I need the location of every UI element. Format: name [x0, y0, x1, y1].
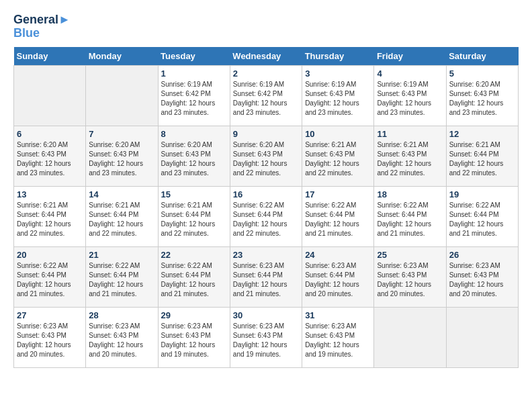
day-number: 2 [233, 68, 299, 79]
day-info: Sunrise: 6:23 AM Sunset: 6:44 PM Dayligh… [305, 261, 371, 299]
day-info: Sunrise: 6:23 AM Sunset: 6:43 PM Dayligh… [233, 322, 299, 359]
weekday-header: Friday [374, 47, 446, 66]
day-number: 23 [233, 250, 299, 260]
calendar-week-row: 27Sunrise: 6:23 AM Sunset: 6:43 PM Dayli… [14, 307, 519, 367]
day-number: 22 [161, 250, 227, 260]
day-info: Sunrise: 6:19 AM Sunset: 6:43 PM Dayligh… [305, 80, 371, 118]
day-info: Sunrise: 6:22 AM Sunset: 6:44 PM Dayligh… [89, 261, 154, 299]
calendar-cell: 15Sunrise: 6:21 AM Sunset: 6:44 PM Dayli… [158, 186, 230, 246]
day-number: 13 [17, 189, 83, 199]
day-number: 29 [161, 310, 227, 320]
day-number: 5 [449, 68, 515, 79]
day-number: 18 [377, 189, 443, 199]
calendar-cell: 12Sunrise: 6:21 AM Sunset: 6:44 PM Dayli… [446, 126, 518, 186]
day-info: Sunrise: 6:20 AM Sunset: 6:43 PM Dayligh… [449, 80, 515, 118]
calendar-cell: 27Sunrise: 6:23 AM Sunset: 6:43 PM Dayli… [14, 307, 86, 367]
calendar-cell: 11Sunrise: 6:21 AM Sunset: 6:43 PM Dayli… [374, 126, 446, 186]
calendar-cell: 13Sunrise: 6:21 AM Sunset: 6:44 PM Dayli… [14, 186, 86, 246]
day-info: Sunrise: 6:23 AM Sunset: 6:43 PM Dayligh… [17, 322, 83, 359]
calendar-body: 1Sunrise: 6:19 AM Sunset: 6:42 PM Daylig… [14, 65, 519, 367]
day-info: Sunrise: 6:23 AM Sunset: 6:43 PM Dayligh… [377, 261, 443, 299]
calendar-cell: 20Sunrise: 6:22 AM Sunset: 6:44 PM Dayli… [14, 246, 86, 307]
day-number: 31 [305, 310, 371, 320]
day-info: Sunrise: 6:20 AM Sunset: 6:43 PM Dayligh… [89, 140, 154, 178]
weekday-row: SundayMondayTuesdayWednesdayThursdayFrid… [14, 47, 519, 66]
calendar-cell: 8Sunrise: 6:20 AM Sunset: 6:43 PM Daylig… [158, 126, 230, 186]
calendar-cell: 14Sunrise: 6:21 AM Sunset: 6:44 PM Dayli… [86, 186, 158, 246]
day-info: Sunrise: 6:22 AM Sunset: 6:44 PM Dayligh… [233, 201, 299, 238]
day-info: Sunrise: 6:23 AM Sunset: 6:43 PM Dayligh… [305, 322, 371, 359]
day-number: 14 [89, 189, 154, 199]
day-info: Sunrise: 6:22 AM Sunset: 6:44 PM Dayligh… [305, 201, 371, 238]
day-info: Sunrise: 6:23 AM Sunset: 6:43 PM Dayligh… [449, 261, 515, 299]
day-number: 1 [161, 68, 227, 79]
calendar-cell: 26Sunrise: 6:23 AM Sunset: 6:43 PM Dayli… [446, 246, 518, 307]
calendar-cell: 9Sunrise: 6:20 AM Sunset: 6:43 PM Daylig… [230, 126, 302, 186]
day-number: 7 [89, 129, 154, 139]
day-number: 28 [89, 310, 154, 320]
weekday-header: Thursday [302, 47, 374, 66]
day-info: Sunrise: 6:21 AM Sunset: 6:43 PM Dayligh… [305, 140, 371, 178]
calendar-cell: 5Sunrise: 6:20 AM Sunset: 6:43 PM Daylig… [446, 65, 518, 126]
day-number: 24 [305, 250, 371, 260]
day-number: 10 [305, 129, 371, 139]
calendar-week-row: 13Sunrise: 6:21 AM Sunset: 6:44 PM Dayli… [14, 186, 519, 246]
calendar-cell [374, 307, 446, 367]
calendar-cell: 3Sunrise: 6:19 AM Sunset: 6:43 PM Daylig… [302, 65, 374, 126]
calendar-cell: 29Sunrise: 6:23 AM Sunset: 6:43 PM Dayli… [158, 307, 230, 367]
day-info: Sunrise: 6:19 AM Sunset: 6:42 PM Dayligh… [233, 80, 299, 118]
weekday-header: Monday [86, 47, 158, 66]
calendar-cell: 17Sunrise: 6:22 AM Sunset: 6:44 PM Dayli… [302, 186, 374, 246]
logo: General►Blue [13, 13, 71, 40]
day-number: 25 [377, 250, 443, 260]
day-info: Sunrise: 6:21 AM Sunset: 6:43 PM Dayligh… [377, 140, 443, 178]
day-number: 9 [233, 129, 299, 139]
calendar-table: SundayMondayTuesdayWednesdayThursdayFrid… [13, 47, 519, 368]
logo-text: General►Blue [13, 13, 71, 40]
day-info: Sunrise: 6:22 AM Sunset: 6:44 PM Dayligh… [17, 261, 83, 299]
weekday-header: Sunday [14, 47, 86, 66]
day-info: Sunrise: 6:21 AM Sunset: 6:44 PM Dayligh… [89, 201, 154, 238]
day-info: Sunrise: 6:19 AM Sunset: 6:43 PM Dayligh… [377, 80, 443, 118]
day-info: Sunrise: 6:20 AM Sunset: 6:43 PM Dayligh… [233, 140, 299, 178]
day-info: Sunrise: 6:21 AM Sunset: 6:44 PM Dayligh… [17, 201, 83, 238]
weekday-header: Wednesday [230, 47, 302, 66]
weekday-header: Saturday [446, 47, 518, 66]
day-info: Sunrise: 6:22 AM Sunset: 6:44 PM Dayligh… [161, 261, 227, 299]
day-info: Sunrise: 6:23 AM Sunset: 6:43 PM Dayligh… [161, 322, 227, 359]
day-number: 26 [449, 250, 515, 260]
day-number: 19 [449, 189, 515, 199]
day-number: 21 [89, 250, 154, 260]
day-number: 20 [17, 250, 83, 260]
day-info: Sunrise: 6:23 AM Sunset: 6:43 PM Dayligh… [89, 322, 154, 359]
calendar-cell: 19Sunrise: 6:22 AM Sunset: 6:44 PM Dayli… [446, 186, 518, 246]
calendar-week-row: 1Sunrise: 6:19 AM Sunset: 6:42 PM Daylig… [14, 65, 519, 126]
calendar-cell: 18Sunrise: 6:22 AM Sunset: 6:44 PM Dayli… [374, 186, 446, 246]
day-number: 8 [161, 129, 227, 139]
calendar-cell: 10Sunrise: 6:21 AM Sunset: 6:43 PM Dayli… [302, 126, 374, 186]
calendar-cell [14, 65, 86, 126]
page-header: General►Blue [13, 13, 519, 40]
day-info: Sunrise: 6:19 AM Sunset: 6:42 PM Dayligh… [161, 80, 227, 118]
calendar-cell: 16Sunrise: 6:22 AM Sunset: 6:44 PM Dayli… [230, 186, 302, 246]
day-number: 11 [377, 129, 443, 139]
day-number: 12 [449, 129, 515, 139]
calendar-header: SundayMondayTuesdayWednesdayThursdayFrid… [14, 47, 519, 66]
day-info: Sunrise: 6:22 AM Sunset: 6:44 PM Dayligh… [377, 201, 443, 238]
day-info: Sunrise: 6:21 AM Sunset: 6:44 PM Dayligh… [161, 201, 227, 238]
day-number: 16 [233, 189, 299, 199]
calendar-cell: 1Sunrise: 6:19 AM Sunset: 6:42 PM Daylig… [158, 65, 230, 126]
day-info: Sunrise: 6:20 AM Sunset: 6:43 PM Dayligh… [17, 140, 83, 178]
calendar-cell: 22Sunrise: 6:22 AM Sunset: 6:44 PM Dayli… [158, 246, 230, 307]
calendar-cell: 7Sunrise: 6:20 AM Sunset: 6:43 PM Daylig… [86, 126, 158, 186]
calendar-cell: 30Sunrise: 6:23 AM Sunset: 6:43 PM Dayli… [230, 307, 302, 367]
calendar-cell: 28Sunrise: 6:23 AM Sunset: 6:43 PM Dayli… [86, 307, 158, 367]
weekday-header: Tuesday [158, 47, 230, 66]
calendar-cell: 23Sunrise: 6:23 AM Sunset: 6:44 PM Dayli… [230, 246, 302, 307]
day-number: 3 [305, 68, 371, 79]
day-number: 4 [377, 68, 443, 79]
day-info: Sunrise: 6:21 AM Sunset: 6:44 PM Dayligh… [449, 140, 515, 178]
calendar-cell: 4Sunrise: 6:19 AM Sunset: 6:43 PM Daylig… [374, 65, 446, 126]
day-number: 15 [161, 189, 227, 199]
day-number: 30 [233, 310, 299, 320]
